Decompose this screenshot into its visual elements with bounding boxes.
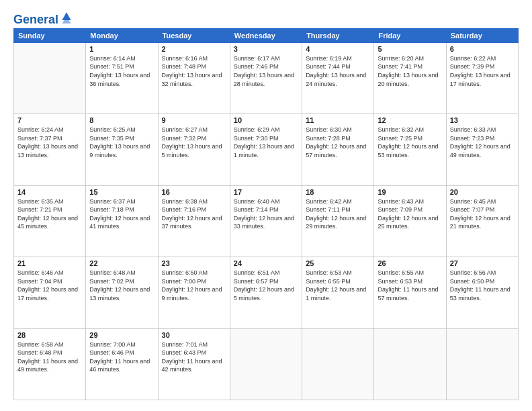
day-detail: Sunrise: 6:43 AMSunset: 7:09 PMDaylight:… bbox=[378, 197, 442, 231]
day-cell: 3Sunrise: 6:17 AMSunset: 7:46 PMDaylight… bbox=[230, 42, 302, 113]
day-number: 3 bbox=[234, 45, 298, 53]
day-detail: Sunrise: 7:01 AMSunset: 6:43 PMDaylight:… bbox=[162, 340, 226, 374]
day-cell: 21Sunrise: 6:46 AMSunset: 7:04 PMDayligh… bbox=[14, 257, 86, 328]
day-number: 6 bbox=[450, 45, 515, 53]
day-cell: 25Sunrise: 6:53 AMSunset: 6:55 PMDayligh… bbox=[302, 257, 374, 328]
day-detail: Sunrise: 6:32 AMSunset: 7:25 PMDaylight:… bbox=[378, 126, 442, 159]
day-detail: Sunrise: 6:51 AMSunset: 6:57 PMDaylight:… bbox=[234, 269, 298, 302]
day-detail: Sunrise: 6:53 AMSunset: 6:55 PMDaylight:… bbox=[306, 269, 370, 302]
weekday-header-thursday: Thursday bbox=[302, 28, 374, 42]
day-detail: Sunrise: 6:48 AMSunset: 7:02 PMDaylight:… bbox=[89, 269, 154, 302]
day-cell: 10Sunrise: 6:29 AMSunset: 7:30 PMDayligh… bbox=[230, 114, 302, 185]
weekday-header-sunday: Sunday bbox=[14, 28, 86, 42]
day-cell bbox=[230, 328, 302, 400]
day-detail: Sunrise: 6:40 AMSunset: 7:14 PMDaylight:… bbox=[234, 197, 298, 231]
day-detail: Sunrise: 6:42 AMSunset: 7:11 PMDaylight:… bbox=[306, 197, 370, 231]
day-detail: Sunrise: 6:29 AMSunset: 7:30 PMDaylight:… bbox=[234, 126, 298, 159]
day-number: 26 bbox=[378, 259, 442, 267]
day-number: 13 bbox=[450, 116, 515, 124]
day-number: 16 bbox=[162, 188, 226, 196]
day-cell: 12Sunrise: 6:32 AMSunset: 7:25 PMDayligh… bbox=[374, 114, 446, 185]
day-cell: 26Sunrise: 6:55 AMSunset: 6:53 PMDayligh… bbox=[374, 257, 446, 328]
day-number: 27 bbox=[450, 259, 515, 267]
day-cell: 30Sunrise: 7:01 AMSunset: 6:43 PMDayligh… bbox=[158, 328, 230, 400]
day-detail: Sunrise: 6:46 AMSunset: 7:04 PMDaylight:… bbox=[17, 269, 82, 302]
day-number: 24 bbox=[234, 259, 298, 267]
header: General bbox=[13, 11, 519, 24]
day-cell: 7Sunrise: 6:24 AMSunset: 7:37 PMDaylight… bbox=[14, 114, 86, 185]
day-cell bbox=[374, 328, 446, 400]
day-cell: 29Sunrise: 7:00 AMSunset: 6:46 PMDayligh… bbox=[86, 328, 158, 400]
day-detail: Sunrise: 6:45 AMSunset: 7:07 PMDaylight:… bbox=[450, 197, 515, 231]
day-number: 23 bbox=[162, 259, 226, 267]
day-number: 18 bbox=[306, 188, 370, 196]
day-cell: 6Sunrise: 6:22 AMSunset: 7:39 PMDaylight… bbox=[446, 42, 518, 113]
logo-icon bbox=[60, 10, 73, 24]
day-number: 22 bbox=[89, 259, 154, 267]
day-detail: Sunrise: 6:55 AMSunset: 6:53 PMDaylight:… bbox=[378, 269, 442, 302]
day-number: 7 bbox=[17, 116, 82, 124]
week-row-1: 1Sunrise: 6:14 AMSunset: 7:51 PMDaylight… bbox=[14, 42, 519, 113]
week-row-5: 28Sunrise: 6:58 AMSunset: 6:48 PMDayligh… bbox=[14, 328, 519, 400]
weekday-header-row: SundayMondayTuesdayWednesdayThursdayFrid… bbox=[14, 28, 519, 42]
day-number: 4 bbox=[306, 45, 370, 53]
day-detail: Sunrise: 6:38 AMSunset: 7:16 PMDaylight:… bbox=[162, 197, 226, 231]
day-detail: Sunrise: 6:30 AMSunset: 7:28 PMDaylight:… bbox=[306, 126, 370, 159]
day-detail: Sunrise: 6:33 AMSunset: 7:23 PMDaylight:… bbox=[450, 126, 515, 159]
day-number: 14 bbox=[17, 188, 82, 196]
weekday-header-friday: Friday bbox=[374, 28, 446, 42]
day-detail: Sunrise: 6:17 AMSunset: 7:46 PMDaylight:… bbox=[234, 54, 298, 88]
day-cell: 13Sunrise: 6:33 AMSunset: 7:23 PMDayligh… bbox=[446, 114, 518, 185]
day-detail: Sunrise: 6:24 AMSunset: 7:37 PMDaylight:… bbox=[17, 126, 82, 159]
day-cell: 16Sunrise: 6:38 AMSunset: 7:16 PMDayligh… bbox=[158, 185, 230, 257]
weekday-header-wednesday: Wednesday bbox=[230, 28, 302, 42]
day-cell bbox=[14, 42, 86, 113]
day-cell: 18Sunrise: 6:42 AMSunset: 7:11 PMDayligh… bbox=[302, 185, 374, 257]
weekday-header-saturday: Saturday bbox=[446, 28, 518, 42]
svg-marker-0 bbox=[62, 12, 71, 20]
day-detail: Sunrise: 6:16 AMSunset: 7:48 PMDaylight:… bbox=[162, 54, 226, 88]
day-detail: Sunrise: 6:37 AMSunset: 7:18 PMDaylight:… bbox=[89, 197, 154, 231]
day-cell: 8Sunrise: 6:25 AMSunset: 7:35 PMDaylight… bbox=[86, 114, 158, 185]
day-cell bbox=[446, 328, 518, 400]
day-cell: 24Sunrise: 6:51 AMSunset: 6:57 PMDayligh… bbox=[230, 257, 302, 328]
week-row-3: 14Sunrise: 6:35 AMSunset: 7:21 PMDayligh… bbox=[14, 185, 519, 257]
day-cell: 27Sunrise: 6:56 AMSunset: 6:50 PMDayligh… bbox=[446, 257, 518, 328]
week-row-4: 21Sunrise: 6:46 AMSunset: 7:04 PMDayligh… bbox=[14, 257, 519, 328]
day-cell: 22Sunrise: 6:48 AMSunset: 7:02 PMDayligh… bbox=[86, 257, 158, 328]
day-detail: Sunrise: 6:14 AMSunset: 7:51 PMDaylight:… bbox=[89, 54, 154, 88]
day-detail: Sunrise: 6:25 AMSunset: 7:35 PMDaylight:… bbox=[89, 126, 154, 159]
day-cell: 11Sunrise: 6:30 AMSunset: 7:28 PMDayligh… bbox=[302, 114, 374, 185]
day-number: 19 bbox=[378, 188, 442, 196]
day-detail: Sunrise: 7:00 AMSunset: 6:46 PMDaylight:… bbox=[89, 340, 154, 374]
day-detail: Sunrise: 6:50 AMSunset: 7:00 PMDaylight:… bbox=[162, 269, 226, 302]
day-cell: 15Sunrise: 6:37 AMSunset: 7:18 PMDayligh… bbox=[86, 185, 158, 257]
day-detail: Sunrise: 6:27 AMSunset: 7:32 PMDaylight:… bbox=[162, 126, 226, 159]
calendar-table: SundayMondayTuesdayWednesdayThursdayFrid… bbox=[13, 28, 519, 400]
calendar-page: General SundayMondayTuesdayWednesdayThur… bbox=[0, 0, 532, 411]
day-number: 5 bbox=[378, 45, 442, 53]
day-detail: Sunrise: 6:35 AMSunset: 7:21 PMDaylight:… bbox=[17, 197, 82, 231]
day-cell: 1Sunrise: 6:14 AMSunset: 7:51 PMDaylight… bbox=[86, 42, 158, 113]
day-cell bbox=[302, 328, 374, 400]
week-row-2: 7Sunrise: 6:24 AMSunset: 7:37 PMDaylight… bbox=[14, 114, 519, 185]
day-cell: 9Sunrise: 6:27 AMSunset: 7:32 PMDaylight… bbox=[158, 114, 230, 185]
day-number: 29 bbox=[89, 331, 154, 339]
day-cell: 5Sunrise: 6:20 AMSunset: 7:41 PMDaylight… bbox=[374, 42, 446, 113]
day-number: 11 bbox=[306, 116, 370, 124]
day-cell: 17Sunrise: 6:40 AMSunset: 7:14 PMDayligh… bbox=[230, 185, 302, 257]
weekday-header-tuesday: Tuesday bbox=[158, 28, 230, 42]
day-cell: 20Sunrise: 6:45 AMSunset: 7:07 PMDayligh… bbox=[446, 185, 518, 257]
day-cell: 19Sunrise: 6:43 AMSunset: 7:09 PMDayligh… bbox=[374, 185, 446, 257]
day-number: 25 bbox=[306, 259, 370, 267]
day-detail: Sunrise: 6:20 AMSunset: 7:41 PMDaylight:… bbox=[378, 54, 442, 88]
day-cell: 14Sunrise: 6:35 AMSunset: 7:21 PMDayligh… bbox=[14, 185, 86, 257]
day-detail: Sunrise: 6:56 AMSunset: 6:50 PMDaylight:… bbox=[450, 269, 515, 302]
logo: General bbox=[13, 13, 73, 24]
day-cell: 23Sunrise: 6:50 AMSunset: 7:00 PMDayligh… bbox=[158, 257, 230, 328]
day-detail: Sunrise: 6:58 AMSunset: 6:48 PMDaylight:… bbox=[17, 340, 82, 374]
day-number: 10 bbox=[234, 116, 298, 124]
svg-marker-1 bbox=[62, 20, 71, 24]
day-number: 2 bbox=[162, 45, 226, 53]
day-number: 15 bbox=[89, 188, 154, 196]
